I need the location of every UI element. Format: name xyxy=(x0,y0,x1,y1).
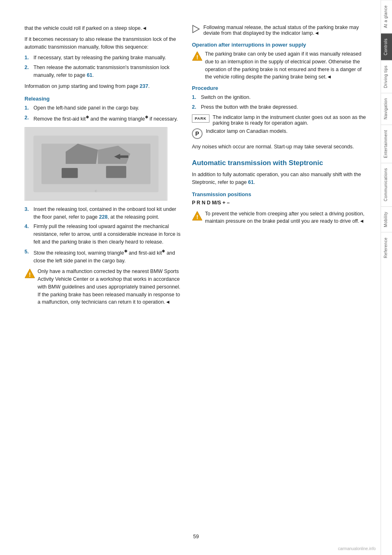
svg-rect-5 xyxy=(106,166,126,178)
park-indicator-row: PARK The indicator lamp in the instrumen… xyxy=(192,114,368,126)
page-link-237[interactable]: 237 xyxy=(140,83,148,89)
procedure-heading: Procedure xyxy=(192,85,368,91)
proc-step-2: 2. Press the button with the brake depre… xyxy=(192,103,368,111)
svg-text:C: C xyxy=(95,189,97,193)
sidebar-tab-controls[interactable]: Controls xyxy=(381,33,392,60)
releasing-heading: Releasing xyxy=(24,96,184,102)
warning-triangle-icon: ! xyxy=(24,268,35,279)
procedure-steps: 1. Switch on the ignition. 2. Press the … xyxy=(192,94,368,111)
auto-transmission-text: In addition to fully automatic operation… xyxy=(192,171,368,186)
transmission-positions-heading: Transmission positions xyxy=(192,191,368,197)
cargo-bay-image: C xyxy=(24,127,167,201)
page-link-228[interactable]: 228 xyxy=(99,214,108,220)
svg-text:!: ! xyxy=(196,54,198,60)
svg-marker-11 xyxy=(193,25,199,33)
svg-text:!: ! xyxy=(29,271,31,278)
step-2: 2. Then release the automatic transmissi… xyxy=(24,64,184,79)
auto-transmission-heading: Automatic transmission with Steptronic xyxy=(192,159,368,168)
p-circle-indicator-row: P Indicator lamp on Canadian models. xyxy=(192,128,368,139)
park-label: PARK xyxy=(195,116,207,121)
park-indicator-box: PARK xyxy=(192,114,209,123)
sidebar-tab-driving-tips[interactable]: Driving tips xyxy=(381,60,392,93)
sidebar-tab-navigation[interactable]: Navigation xyxy=(381,93,392,124)
transmission-warning-icon: ! xyxy=(192,210,203,221)
manual-release-steps: 1. If necessary, start by releasing the … xyxy=(24,54,184,79)
sidebar-tab-communications[interactable]: Communications xyxy=(381,163,392,206)
sidebar-tab-mobility[interactable]: Mobility xyxy=(381,206,392,232)
releasing-steps-cont: 3. Insert the releasing tool, contained … xyxy=(24,206,184,264)
p-circle-indicator: P xyxy=(192,128,203,139)
intro-text-2: If it becomes necessary to also release … xyxy=(24,36,184,51)
rel-step-5: 5. Stow the releasing tool, warning tria… xyxy=(24,248,184,265)
sidebar-tab-reference[interactable]: Reference xyxy=(381,232,392,263)
watermark: carmanualonline.info xyxy=(338,546,376,551)
svg-text:!: ! xyxy=(196,214,198,220)
page-link-61[interactable]: 61 xyxy=(87,72,92,78)
manual-release-note: Following manual release, the actual sta… xyxy=(192,25,368,36)
rel-step-1: 1. Open the left-hand side panel in the … xyxy=(24,104,184,112)
sidebar-tab-at-a-glance[interactable]: At a glance xyxy=(381,0,392,33)
operation-warning-icon: ! xyxy=(192,51,203,61)
right-column: Following manual release, the actual sta… xyxy=(192,25,368,530)
jump-info: Information on jump starting and towing … xyxy=(24,83,184,90)
sidebar-tab-entertainment[interactable]: Entertainment xyxy=(381,125,392,163)
warning-box: ! Only have a malfunction corrected by t… xyxy=(24,268,184,306)
step-1: 1. If necessary, start by releasing the … xyxy=(24,54,184,62)
rel-step-2: 2. Remove the first-aid kit✱ and the war… xyxy=(24,114,184,123)
note-arrow-icon xyxy=(192,25,201,34)
page-number: 59 xyxy=(193,534,199,539)
svg-rect-6 xyxy=(62,168,78,178)
sidebar: At a glance Controls Driving tips Naviga… xyxy=(381,0,392,555)
rel-step-4: 4. Firmly pull the releasing tool upward… xyxy=(24,223,184,246)
transmission-positions-text: P R N D M/S + – xyxy=(192,199,368,207)
proc-step-1: 1. Switch on the ignition. xyxy=(192,94,368,101)
transmission-warning-box: ! To prevent the vehicle from creeping a… xyxy=(192,210,368,226)
operation-warning-box: ! The parking brake can only be used aga… xyxy=(192,50,368,81)
page-link-61-right[interactable]: 61 xyxy=(248,179,254,185)
any-noises-text: Any noises which occur are normal. Start… xyxy=(192,143,368,151)
releasing-steps: 1. Open the left-hand side panel in the … xyxy=(24,104,184,123)
left-column: that the vehicle could roll if parked on… xyxy=(24,25,184,530)
intro-text-1: that the vehicle could roll if parked on… xyxy=(24,25,184,32)
rel-step-3: 3. Insert the releasing tool, contained … xyxy=(24,206,184,221)
operation-heading: Operation after interruptions in power s… xyxy=(192,42,368,48)
